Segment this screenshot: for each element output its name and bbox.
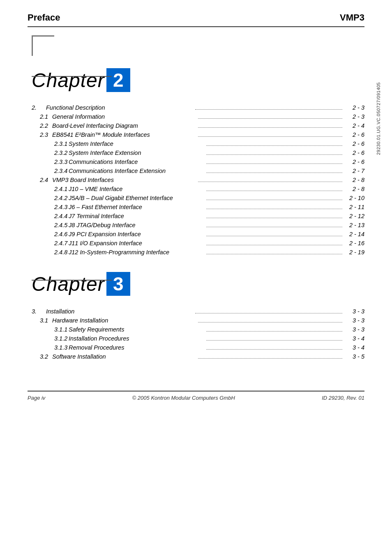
toc-number: 2.4.6 [32, 231, 69, 237]
toc-page: 2 - 11 [344, 204, 364, 210]
toc-entry: 2.Functional Description2 - 3 [32, 104, 364, 111]
chapter2-text: Chapter [32, 69, 105, 92]
toc-number: 2. [32, 104, 46, 111]
toc-dots [198, 182, 342, 182]
toc-page: 2 - 6 [344, 131, 364, 138]
footer-page-number: Page iv [28, 395, 45, 401]
toc-dots [206, 236, 342, 236]
toc-number: 2.3.3 [32, 159, 69, 165]
toc-title: EB8541 E²Brain™ Module Interfaces [52, 131, 196, 138]
toc-page: 3 - 5 [344, 353, 364, 360]
toc-title: System Interface Extension [69, 150, 205, 156]
header-left-title: Preface [28, 12, 60, 23]
toc-dots [195, 109, 343, 110]
toc-page: 3 - 4 [344, 335, 364, 342]
chapter3-text: Chapter [32, 273, 105, 295]
toc-title: Installation Procedures [69, 335, 205, 342]
toc-page: 2 - 10 [344, 195, 364, 201]
toc-dots [206, 154, 342, 155]
toc-entry: 2.4.8J12 In-System-Programming Interface… [32, 249, 364, 256]
toc-page: 2 - 12 [344, 213, 364, 219]
toc-dots [206, 227, 342, 227]
toc-title: J8 JTAG/Debug Interface [69, 222, 205, 228]
toc-page: 3 - 3 [344, 317, 364, 324]
toc-entry: 2.4.5J8 JTAG/Debug Interface2 - 13 [32, 222, 364, 228]
toc-number: 2.4.2 [32, 195, 69, 201]
chapter2-heading: Chapter 2 [32, 68, 364, 92]
toc-title: Communications Interface [69, 159, 205, 165]
toc-page: 2 - 3 [344, 104, 364, 111]
chapter3-number: 3 [106, 272, 130, 296]
toc-page: 3 - 3 [344, 308, 364, 315]
toc-page: 2 - 19 [344, 249, 364, 256]
page-container: Preface VMP3 Chapter 2 2.Functional Desc… [11, 0, 381, 409]
toc-dots [198, 118, 342, 119]
toc-dots [198, 358, 342, 359]
toc-title: Communications Interface Extension [69, 168, 205, 174]
toc-entry: 2.4VMP3 Board Interfaces2 - 8 [32, 177, 364, 183]
page-footer: Page iv © 2005 Kontron Modular Computers… [28, 391, 364, 401]
toc-title: Software Installation [52, 353, 196, 360]
toc-page: 2 - 7 [344, 168, 364, 174]
page-icon [32, 35, 54, 56]
toc-title: J9 PCI Expansion Interface [69, 231, 205, 237]
toc-number: 3.1 [32, 317, 52, 324]
chapter3-heading: Chapter 3 [32, 272, 364, 296]
toc-number: 3.1.3 [32, 344, 69, 351]
toc-entry: 2.3.2System Interface Extension2 - 6 [32, 150, 364, 156]
toc-dots [206, 218, 342, 218]
toc-number: 3. [32, 308, 46, 315]
toc-page: 2 - 6 [344, 159, 364, 165]
toc-page: 3 - 3 [344, 326, 364, 333]
toc-entry: 2.4.3J6 – Fast Ethernet Interface2 - 11 [32, 204, 364, 210]
toc-page: 2 - 8 [344, 177, 364, 183]
footer-id: ID 29230, Rev. 01 [322, 395, 364, 401]
toc-entry: 2.4.2J5A/B – Dual Gigabit Ethernet Inter… [32, 195, 364, 201]
toc-entry: 2.2Board-Level Interfacing Diagram2 - 4 [32, 122, 364, 129]
toc-page: 2 - 4 [344, 122, 364, 129]
toc-number: 3.1.1 [32, 326, 69, 333]
toc-dots [206, 254, 342, 254]
toc-dots [198, 136, 342, 137]
toc-entry: 3.2Software Installation3 - 5 [32, 353, 364, 360]
toc-dots [195, 313, 343, 313]
toc-page: 2 - 6 [344, 140, 364, 147]
toc-dots [206, 349, 342, 350]
toc-number: 2.3.2 [32, 150, 69, 156]
toc-entry: 2.4.4J7 Terminal Interface2 - 12 [32, 213, 364, 219]
toc-dots [206, 245, 342, 245]
toc-title: VMP3 Board Interfaces [52, 177, 196, 183]
toc-number: 2.3.1 [32, 140, 69, 147]
toc-entry: 3.1Hardware Installation3 - 3 [32, 317, 364, 324]
toc-number: 2.2 [32, 122, 52, 129]
toc-title: Installation [46, 308, 194, 315]
toc-dots [206, 164, 342, 164]
toc-number: 3.2 [32, 353, 52, 360]
toc-dots [206, 200, 342, 200]
toc-number: 2.3.4 [32, 168, 69, 174]
toc-title: J12 In-System-Programming Interface [69, 249, 205, 256]
toc-entry: 2.1General Information2 - 3 [32, 113, 364, 120]
toc-number: 3.1.2 [32, 335, 69, 342]
toc-entry: 2.4.6J9 PCI Expansion Interface2 - 14 [32, 231, 364, 237]
toc-page: 2 - 16 [344, 240, 364, 246]
toc-dots [206, 173, 342, 173]
toc-dots [206, 191, 342, 191]
toc-number: 2.4.1 [32, 186, 69, 192]
toc-entry: 2.3.1System Interface2 - 6 [32, 140, 364, 147]
toc-dots [206, 209, 342, 209]
page-header: Preface VMP3 [28, 12, 364, 27]
sidebar-text: 29230.01.UG.VC.050727/091405 [376, 82, 381, 155]
toc-chapter2: 2.Functional Description2 - 32.1General … [32, 104, 364, 256]
toc-entry: 2.4.1J10 – VME Interface2 - 8 [32, 186, 364, 192]
chapter2-number: 2 [106, 68, 130, 92]
toc-entry: 2.3.3Communications Interface2 - 6 [32, 159, 364, 165]
toc-title: System Interface [69, 140, 205, 147]
toc-title: Safety Requirements [69, 326, 205, 333]
toc-entry: 2.3EB8541 E²Brain™ Module Interfaces2 - … [32, 131, 364, 138]
toc-title: J10 – VME Interface [69, 186, 205, 192]
toc-dots [198, 322, 342, 322]
toc-dots [206, 331, 342, 332]
toc-number: 2.4.5 [32, 222, 69, 228]
toc-title: J6 – Fast Ethernet Interface [69, 204, 205, 210]
